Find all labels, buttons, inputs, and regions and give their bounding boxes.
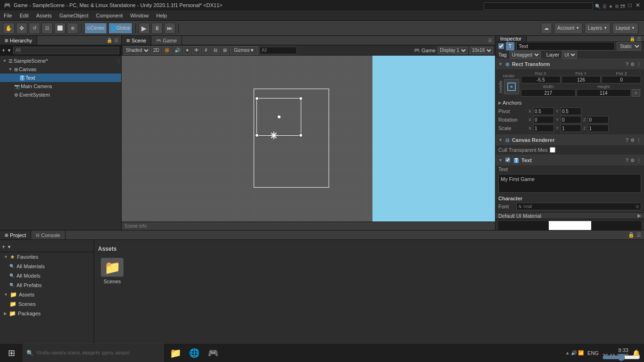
account-btn[interactable]: Account bbox=[554, 23, 583, 34]
2d-btn[interactable]: 2D bbox=[151, 46, 161, 55]
gizmos-btn[interactable]: Gizmos ▼ bbox=[230, 46, 258, 55]
inspector-tab[interactable]: Inspector bbox=[495, 36, 527, 41]
bottom-menu-icon[interactable]: ☰ bbox=[636, 232, 641, 238]
hierarchy-search-input[interactable] bbox=[13, 47, 119, 54]
close-btn[interactable]: ✕ bbox=[636, 2, 640, 8]
hierarchy-item-eventsystem[interactable]: ⚙ EventSystem bbox=[0, 90, 121, 99]
inspector-menu-icon[interactable]: ☰ bbox=[637, 36, 641, 41]
hierarchy-dropdown-btn[interactable]: ▼ bbox=[7, 48, 11, 53]
tool-move[interactable]: ✥ bbox=[16, 23, 27, 34]
hierarchy-tab[interactable]: ⊞ Hierarchy bbox=[0, 36, 37, 45]
hierarchy-item-canvas[interactable]: ▼ ⊞ Canvas bbox=[0, 65, 121, 74]
hierarchy-scene-menu[interactable]: ⋮ bbox=[116, 58, 121, 64]
snap-btn[interactable]: ⊟ bbox=[211, 46, 220, 55]
settings-icon3[interactable]: ⚙ bbox=[630, 158, 635, 163]
posy-input[interactable] bbox=[561, 76, 601, 83]
start-button[interactable]: ⊞ bbox=[0, 344, 23, 362]
assets-item[interactable]: ▼ 📁 Assets bbox=[0, 290, 94, 299]
step-btn[interactable]: ⏭ bbox=[164, 23, 175, 34]
tool-scale[interactable]: ⊡ bbox=[41, 23, 53, 34]
taskbar-app-explorer[interactable]: 📁 bbox=[166, 344, 185, 362]
gameobject-active-checkbox[interactable] bbox=[498, 43, 504, 49]
help-icon2[interactable]: ? bbox=[626, 138, 628, 143]
game-tab[interactable]: 🎮 Game bbox=[151, 36, 182, 45]
rotation-z-input[interactable] bbox=[588, 116, 609, 123]
pivot-x-input[interactable] bbox=[533, 107, 554, 115]
menu-icon3[interactable]: ⋮ bbox=[636, 158, 641, 163]
settings-icon2[interactable]: ⚙ bbox=[630, 138, 635, 143]
audio-btn[interactable]: 🔊 bbox=[173, 46, 182, 55]
layers-btn[interactable]: Layers bbox=[585, 23, 611, 34]
scene-tab[interactable]: ⊞ Scene bbox=[122, 36, 151, 45]
anchors-arrow[interactable]: ▶ bbox=[498, 100, 502, 105]
pivot-global-btn[interactable]: 🌐 Global bbox=[108, 23, 132, 34]
handle-br[interactable] bbox=[299, 133, 303, 137]
lighting-btn[interactable]: 🔆 bbox=[162, 46, 172, 55]
scene-search[interactable] bbox=[259, 47, 297, 54]
height-input[interactable] bbox=[577, 89, 631, 97]
menu-component[interactable]: Component bbox=[92, 12, 126, 19]
canvas-renderer-header[interactable]: ▼ ⊟ Canvas Renderer ? ⚙ ⋮ bbox=[495, 135, 644, 145]
tool-rotate[interactable]: ↺ bbox=[29, 23, 40, 34]
all-models-item[interactable]: 🔍 All Models bbox=[0, 271, 94, 280]
gameobject-name-input[interactable] bbox=[516, 42, 615, 50]
collab-btn[interactable]: ☁ bbox=[541, 23, 552, 34]
display-dropdown[interactable]: Display 1 bbox=[438, 47, 468, 54]
cull-checkbox[interactable] bbox=[550, 147, 555, 153]
pivot-center-btn[interactable]: ⊙ Center bbox=[84, 23, 107, 34]
static-dropdown[interactable]: Static bbox=[617, 42, 641, 50]
hierarchy-lock-icon[interactable]: 🔒 bbox=[107, 38, 112, 43]
layout-btn[interactable]: Layout bbox=[612, 23, 638, 34]
handle-tr[interactable] bbox=[299, 97, 303, 100]
taskbar-app-unity[interactable]: 🎮 bbox=[204, 344, 223, 362]
scenes-folder[interactable]: 📁 Scenes bbox=[98, 258, 126, 284]
scale-y-input[interactable] bbox=[561, 124, 581, 132]
pause-btn[interactable]: ⏸ bbox=[151, 23, 163, 34]
tool-rect[interactable]: ⬜ bbox=[54, 23, 66, 34]
menu-edit[interactable]: Edit bbox=[16, 12, 33, 19]
maximize-btn[interactable]: □ bbox=[628, 2, 632, 8]
fx-btn[interactable]: ✦ bbox=[183, 46, 191, 55]
scene-panel-menu[interactable]: ☰ bbox=[488, 38, 492, 43]
rotation-x-input[interactable] bbox=[533, 116, 554, 123]
tool-hand[interactable]: ✋ bbox=[3, 23, 15, 34]
menu-help[interactable]: Help bbox=[152, 12, 171, 19]
text-content-field[interactable]: My First Game bbox=[498, 174, 641, 193]
handle-bl[interactable] bbox=[255, 133, 259, 137]
taskbar-search-box[interactable]: 🔍 Чтобы начать поиск, введите здесь запр… bbox=[23, 344, 164, 362]
constrain-btn[interactable]: R bbox=[632, 89, 640, 97]
project-add-dropdown[interactable]: ▼ bbox=[7, 245, 11, 249]
grid-btn[interactable]: # bbox=[202, 46, 210, 55]
tag-dropdown[interactable]: Untagged bbox=[510, 51, 541, 58]
layer-dropdown[interactable]: UI bbox=[562, 51, 577, 58]
menu-icon2[interactable]: ⋮ bbox=[636, 138, 641, 143]
all-prefabs-item[interactable]: 🔍 All Prefabs bbox=[0, 280, 94, 290]
project-tab[interactable]: ⊞ Project bbox=[0, 230, 31, 239]
menu-assets[interactable]: Assets bbox=[33, 12, 56, 19]
scale-z-input[interactable] bbox=[588, 124, 609, 132]
shading-dropdown[interactable]: Shaded bbox=[124, 46, 150, 55]
posz-input[interactable] bbox=[602, 76, 641, 83]
posx-input[interactable] bbox=[521, 76, 561, 83]
text-selection-box[interactable] bbox=[256, 98, 301, 136]
settings-icon[interactable]: ⚙ bbox=[630, 62, 635, 67]
taskbar-app-chrome[interactable]: 🌐 bbox=[185, 344, 204, 362]
pivot-y-input[interactable] bbox=[561, 107, 581, 115]
resolution-dropdown[interactable]: 10x16 bbox=[470, 47, 493, 54]
text-component-header[interactable]: ▼ T Text ? ⚙ ⋮ bbox=[495, 155, 644, 165]
project-add-btn[interactable]: + bbox=[2, 244, 5, 250]
hierarchy-item-samplescene[interactable]: ▼ ☰ SampleScene* ⋮ bbox=[0, 57, 121, 65]
handle-tl[interactable] bbox=[255, 97, 259, 100]
scene-vis-btn[interactable]: 👁 bbox=[192, 46, 201, 55]
font-select-icon[interactable]: ⊙ bbox=[636, 204, 639, 209]
width-input[interactable] bbox=[521, 89, 576, 97]
hierarchy-add-btn[interactable]: + bbox=[2, 47, 5, 54]
menu-icon[interactable]: ⋮ bbox=[636, 62, 641, 67]
menu-file[interactable]: File bbox=[0, 12, 16, 19]
tool-transform[interactable]: ⊕ bbox=[67, 23, 78, 34]
hierarchy-item-text[interactable]: T Text bbox=[0, 74, 121, 82]
scale-x-input[interactable] bbox=[533, 124, 554, 132]
packages-item[interactable]: ▶ 📁 Packages bbox=[0, 309, 94, 318]
all-materials-item[interactable]: 🔍 All Materials bbox=[0, 262, 94, 271]
rotation-y-input[interactable] bbox=[561, 116, 581, 123]
